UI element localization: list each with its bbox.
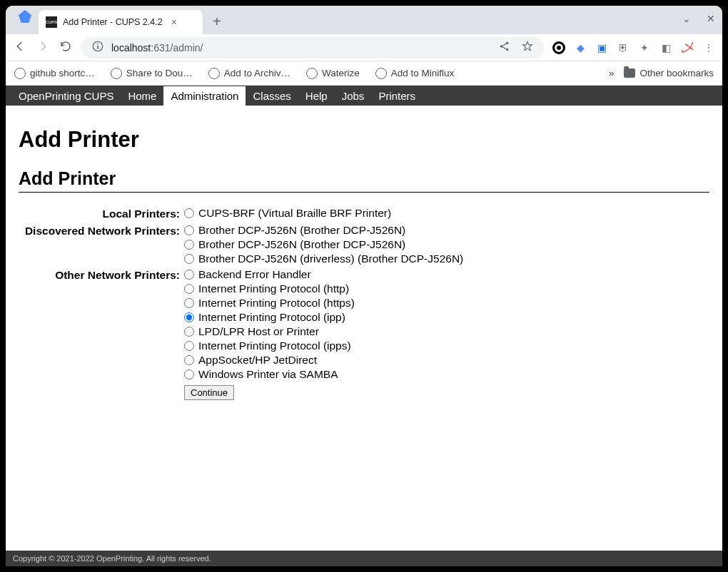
continue-button[interactable]: Continue [184, 385, 234, 400]
other-printers-label: Other Network Printers: [19, 267, 184, 382]
printer-option[interactable]: LPD/LPR Host or Printer [184, 325, 463, 339]
printer-option[interactable]: Internet Printing Protocol (ipps) [184, 339, 463, 353]
printer-option[interactable]: Windows Printer via SAMBA [184, 367, 463, 382]
svg-point-4 [506, 42, 508, 44]
nav-administration[interactable]: Administration [163, 86, 246, 106]
bookmarks-bar: github shortc… Share to Dou… Add to Arch… [6, 61, 722, 86]
nav-help[interactable]: Help [298, 86, 335, 106]
nav-classes[interactable]: Classes [246, 86, 298, 106]
svg-point-5 [506, 48, 508, 51]
share-icon[interactable] [498, 40, 511, 55]
svg-rect-2 [97, 44, 98, 45]
browser-tab[interactable]: CUPS Add Printer - CUPS 2.4.2 × [39, 10, 203, 34]
printer-radio[interactable] [184, 270, 194, 280]
browser-toolbar: localhost:631/admin/ ◆ ▣ ⛨ ✦ ◧ 乄 ⋮ [6, 34, 722, 61]
extension-shield-icon[interactable]: ▣ [595, 41, 608, 54]
globe-icon [14, 68, 26, 79]
printer-option[interactable]: Internet Printing Protocol (http) [184, 282, 463, 296]
bookmark-item[interactable]: Add to Miniflux [375, 68, 455, 79]
nav-printers[interactable]: Printers [371, 86, 423, 106]
other-bookmarks-button[interactable]: Other bookmarks [624, 68, 714, 78]
printer-radio[interactable] [184, 312, 194, 322]
local-printers-label: Local Printers: [19, 205, 184, 223]
side-panel-icon[interactable]: ◧ [659, 41, 672, 54]
tab-close-button[interactable]: × [168, 16, 180, 28]
url-display: localhost:631/admin/ [111, 42, 203, 53]
nav-forward-button[interactable] [36, 40, 50, 56]
printer-option[interactable]: Backend Error Handler [184, 267, 463, 282]
printer-option[interactable]: Internet Printing Protocol (ipp) [184, 310, 463, 325]
page-body: Add Printer Add Printer Local Printers: … [6, 106, 722, 551]
svg-point-3 [500, 45, 502, 47]
extension-circle-icon[interactable] [552, 41, 565, 54]
printer-radio[interactable] [184, 341, 194, 351]
tab-title: Add Printer - CUPS 2.4.2 [63, 17, 163, 27]
bookmark-star-icon[interactable] [521, 40, 534, 55]
window-close-button[interactable]: ✕ [707, 13, 715, 24]
cups-navbar: OpenPrinting CUPS Home Administration Cl… [6, 86, 722, 106]
nav-jobs[interactable]: Jobs [335, 86, 372, 106]
cups-brand[interactable]: OpenPrinting CUPS [11, 86, 121, 106]
printer-option[interactable]: Brother DCP-J526N (Brother DCP-J526N) [184, 238, 463, 252]
printer-radio[interactable] [184, 225, 194, 235]
extension-icons: ◆ ▣ ⛨ ✦ ◧ 乄 ⋮ [552, 41, 715, 54]
browser-tabstrip: CUPS Add Printer - CUPS 2.4.2 × + ⌄ ✕ [6, 6, 722, 34]
add-printer-form: Local Printers: CUPS-BRF (Virtual Braill… [19, 205, 463, 400]
globe-icon [208, 68, 220, 79]
printer-option[interactable]: Brother DCP-J526N (Brother DCP-J526N) [184, 223, 463, 238]
page-title: Add Printer [19, 127, 709, 153]
window-minimize-chevron-icon[interactable]: ⌄ [682, 13, 691, 24]
site-info-icon[interactable] [91, 40, 104, 55]
printer-radio[interactable] [184, 208, 194, 218]
printer-radio[interactable] [184, 369, 194, 379]
extension-ublock-icon[interactable]: ⛨ [617, 41, 630, 54]
printer-option[interactable]: CUPS-BRF (Virtual Braille BRF Printer) [184, 206, 463, 220]
address-bar[interactable]: localhost:631/admin/ [81, 37, 544, 58]
section-heading: Add Printer [19, 168, 709, 193]
bookmark-item[interactable]: Add to Archiv… [208, 68, 290, 79]
globe-icon [375, 68, 387, 79]
discovered-printers-label: Discovered Network Printers: [19, 223, 184, 267]
new-tab-button[interactable]: + [203, 14, 230, 34]
browser-menu-button[interactable]: ⋮ [702, 41, 715, 54]
printer-option[interactable]: Brother DCP-J526N (driverless) (Brother … [184, 252, 463, 266]
extension-vivaldi-icon[interactable]: ◆ [574, 41, 587, 54]
nav-reload-button[interactable] [59, 40, 73, 56]
bookmarks-overflow-button[interactable]: » [609, 68, 615, 78]
app-icon [19, 10, 31, 23]
page-footer: Copyright © 2021-2022 OpenPrinting. All … [6, 551, 722, 566]
nav-back-button[interactable] [13, 40, 27, 56]
favicon-icon: CUPS [46, 16, 57, 28]
printer-radio[interactable] [184, 298, 194, 308]
folder-icon [624, 68, 635, 78]
nav-home[interactable]: Home [121, 86, 163, 106]
bookmark-item[interactable]: github shortc… [14, 68, 95, 79]
printer-radio[interactable] [184, 254, 194, 264]
printer-radio[interactable] [184, 284, 194, 294]
printer-radio[interactable] [184, 240, 194, 250]
globe-icon [111, 68, 122, 79]
extension-brush-icon[interactable]: 乄 [681, 41, 694, 54]
printer-option[interactable]: Internet Printing Protocol (https) [184, 296, 463, 310]
extensions-menu-icon[interactable]: ✦ [638, 41, 651, 54]
printer-radio[interactable] [184, 355, 194, 365]
svg-rect-1 [97, 46, 98, 49]
bookmark-item[interactable]: Waterize [306, 68, 360, 79]
globe-icon [306, 68, 318, 79]
bookmark-item[interactable]: Share to Dou… [111, 68, 193, 79]
printer-radio[interactable] [184, 327, 194, 337]
printer-option[interactable]: AppSocket/HP JetDirect [184, 353, 463, 367]
